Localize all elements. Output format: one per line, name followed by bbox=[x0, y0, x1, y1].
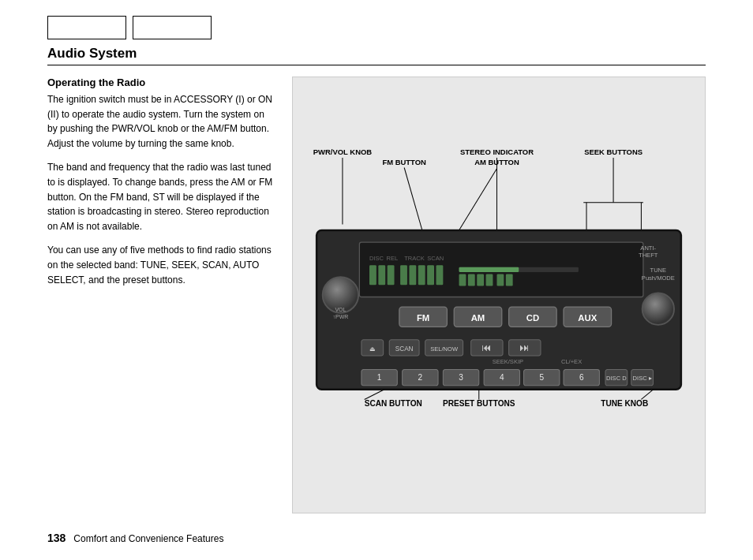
body-paragraph-3: You can use any of five methods to find … bbox=[47, 243, 276, 287]
seek-back-icon: ⏮ bbox=[481, 342, 492, 353]
label-fm-button: FM BUTTON bbox=[382, 158, 426, 166]
page-footer: 138 Comfort and Convenience Features bbox=[47, 525, 706, 544]
freq-seg-3 bbox=[388, 265, 395, 285]
freq-seg-1 bbox=[369, 265, 376, 285]
sel-button-text: SEL/NOW bbox=[430, 345, 459, 353]
label-seek-buttons: SEEK BUTTONS bbox=[584, 147, 642, 156]
radio-svg-diagram: PWR/VOL KNOB FM BUTTON STEREO INDICATOR … bbox=[305, 93, 693, 501]
preset-4-text: 4 bbox=[500, 373, 504, 382]
freq-seg-2 bbox=[378, 265, 385, 285]
vol-knob-label: VOL bbox=[335, 307, 346, 312]
preset-1-text: 1 bbox=[377, 373, 382, 382]
pwr-label: ↑PWR bbox=[333, 314, 349, 319]
diagram-column: PWR/VOL KNOB FM BUTTON STEREO INDICATOR … bbox=[292, 77, 706, 513]
disc-icon: ⏏ bbox=[369, 345, 376, 353]
label-stereo-indicator: STEREO INDICATOR bbox=[460, 147, 534, 156]
label-pwr-vol: PWR/VOL KNOB bbox=[313, 147, 373, 156]
body-paragraph-2: The band and frequency that the radio wa… bbox=[47, 160, 276, 233]
seek-fwd-icon: ⏭ bbox=[519, 342, 530, 353]
display-rel-label: REL bbox=[386, 255, 398, 262]
text-column: Operating the Radio The ignition switch … bbox=[47, 77, 276, 513]
aux-button-text: AUX bbox=[578, 313, 597, 323]
freq-seg-5 bbox=[409, 265, 416, 285]
nav-tab-1[interactable] bbox=[47, 16, 126, 39]
freq-seg-6 bbox=[418, 265, 425, 285]
antitheft-label2: THEFT bbox=[639, 252, 658, 259]
section-header: Audio System bbox=[47, 46, 706, 65]
antitheft-label: ANTI- bbox=[640, 245, 656, 252]
nav-tab-2[interactable] bbox=[133, 16, 212, 39]
display-track-label: TRACK bbox=[404, 255, 425, 262]
freq-bar-fill bbox=[459, 267, 519, 272]
line-fm bbox=[404, 168, 422, 230]
body-paragraph-1: The ignition switch must be in ACCESSORY… bbox=[47, 92, 276, 151]
tune-knob[interactable] bbox=[642, 293, 674, 324]
push-mode-label: Push/MODE bbox=[642, 274, 675, 282]
main-content: Operating the Radio The ignition switch … bbox=[47, 77, 706, 513]
seek-skip-label: SEEK/SKIP bbox=[493, 358, 523, 365]
preset-bottom-label: PRESET BUTTONS bbox=[443, 399, 515, 408]
page-number: 138 bbox=[47, 532, 66, 544]
scan-bottom-label: SCAN BUTTON bbox=[365, 399, 422, 408]
scan-button-text: SCAN bbox=[395, 345, 414, 353]
line-tune-bottom bbox=[641, 390, 653, 400]
freq-seg-7 bbox=[427, 265, 434, 285]
preset-5-text: 5 bbox=[539, 373, 544, 382]
cd-button-text: CD bbox=[526, 313, 539, 323]
preset-6-text: 6 bbox=[579, 373, 584, 382]
preset-3-text: 3 bbox=[459, 373, 463, 382]
digit-seg-5 bbox=[496, 274, 504, 286]
disc-add-text: DISC ▸ bbox=[633, 375, 652, 382]
digit-seg-1 bbox=[459, 274, 466, 286]
cl-ex-label: CL/+EX bbox=[561, 358, 582, 365]
digit-seg-6 bbox=[506, 274, 513, 286]
subsection-title: Operating the Radio bbox=[47, 77, 276, 88]
display-disc-label: DISC bbox=[369, 255, 384, 262]
section-title: Audio System bbox=[47, 46, 137, 61]
line-scan-bottom bbox=[365, 390, 384, 400]
digit-seg-2 bbox=[468, 274, 475, 286]
page-chapter: Comfort and Convenience Features bbox=[73, 533, 223, 544]
preset-2-text: 2 bbox=[418, 373, 423, 382]
display-scan-label: SCAN bbox=[427, 255, 444, 262]
freq-seg-4 bbox=[400, 265, 407, 285]
fm-button-text: FM bbox=[417, 313, 429, 323]
nav-tabs bbox=[47, 16, 706, 39]
freq-seg-8 bbox=[436, 265, 444, 285]
am-button-text: AM bbox=[471, 313, 485, 323]
tune-bottom-label: TUNE KNOB bbox=[601, 399, 648, 408]
page-container: Audio System Operating the Radio The ign… bbox=[0, 0, 753, 560]
digit-seg-3 bbox=[477, 274, 484, 286]
tune-label: TUNE bbox=[650, 267, 667, 274]
disc-d-text: DISC D bbox=[606, 375, 627, 382]
line-am bbox=[459, 169, 497, 230]
digit-seg-4 bbox=[486, 274, 493, 286]
